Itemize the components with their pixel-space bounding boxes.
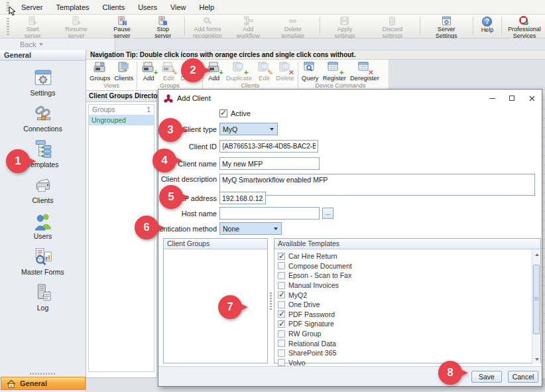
apply-settings-button[interactable]: Apply settings — [322, 15, 367, 38]
client-id-input[interactable] — [219, 140, 318, 153]
mouse-cursor-icon — [9, 6, 17, 17]
menu-clients[interactable]: Clients — [96, 1, 132, 13]
active-checkbox[interactable] — [219, 109, 227, 117]
close-button[interactable] — [522, 90, 542, 107]
template-checkbox[interactable] — [278, 340, 285, 347]
template-checkbox[interactable] — [278, 272, 285, 279]
client-delete-button[interactable]: ✕ Delete — [274, 60, 296, 82]
template-item[interactable]: One Drive — [278, 300, 540, 310]
start-server-button[interactable]: Start server — [13, 15, 52, 38]
clients-toolbar: Groups Clients Views + Add ✎ E — [86, 60, 389, 91]
menu-view[interactable]: View — [164, 1, 193, 13]
minimize-button[interactable] — [482, 90, 502, 107]
menu-server[interactable]: Server — [15, 1, 49, 13]
close-icon — [529, 96, 535, 101]
template-checkbox[interactable] — [278, 282, 285, 289]
template-checkbox[interactable] — [278, 359, 285, 366]
delete-template-button[interactable]: Delete template — [268, 15, 318, 38]
scroll-up-icon[interactable] — [532, 250, 541, 259]
sidebar-item-master-forms[interactable]: Master Forms — [7, 244, 80, 280]
toolbar-group-clients: + Add + Duplicate ✎ Edit ✕ Delete — [204, 60, 296, 90]
auth-method-select[interactable]: None — [219, 222, 282, 235]
register-button[interactable]: + Register — [321, 60, 348, 82]
panel-splitter[interactable] — [269, 238, 272, 363]
directory-column-header[interactable]: Groups 1 — [89, 105, 154, 115]
group-edit-button[interactable]: ✎ Edit — [158, 60, 178, 82]
dialog-title: Add Client — [177, 94, 482, 102]
navigation-bar: Back — [0, 38, 545, 50]
main-toolbar: Start server Resume server Pause server … — [0, 15, 545, 38]
template-item[interactable]: PDF Signature — [278, 319, 540, 329]
annotation-2: 2 — [181, 58, 205, 82]
chevron-down-icon — [270, 128, 274, 131]
template-checkbox[interactable] — [278, 301, 285, 308]
groups-view-icon — [93, 61, 107, 75]
group-add-button[interactable]: + Add — [139, 60, 158, 82]
menu-bar: Server Templates Clients Users View Help — [0, 0, 545, 15]
back-dropdown-icon[interactable] — [39, 43, 43, 46]
client-type-select[interactable]: MyQ — [219, 123, 278, 135]
add-workflow-button[interactable]: Add workflow — [228, 15, 268, 38]
maximize-button[interactable] — [502, 90, 522, 107]
template-item[interactable]: Compose Document — [278, 261, 540, 271]
template-checkbox[interactable] — [278, 291, 285, 298]
workflow-icon — [243, 16, 253, 26]
scrollbar-thumb[interactable] — [533, 265, 540, 334]
start-server-icon — [28, 16, 38, 26]
annotation-8: 8 — [438, 361, 462, 385]
templates-scrollbar[interactable] — [532, 250, 540, 363]
sidebar-item-log[interactable]: Log — [7, 280, 80, 316]
help-button[interactable]: ? Help — [475, 15, 499, 38]
template-item[interactable]: PDF Password — [278, 310, 540, 320]
template-checkbox[interactable] — [278, 310, 285, 318]
template-checkbox[interactable] — [278, 350, 285, 357]
sidebar-item-users[interactable]: Users — [7, 208, 80, 244]
professional-services-button[interactable]: Professional Services — [504, 15, 545, 38]
pause-server-button[interactable]: Pause server — [100, 15, 143, 38]
stop-server-button[interactable]: Stop server — [144, 15, 182, 38]
menu-users[interactable]: Users — [131, 1, 164, 13]
sidebar-item-settings[interactable]: Settings — [7, 65, 80, 101]
template-item[interactable]: RW Group — [278, 329, 540, 339]
add-forms-recognition-button[interactable]: Add forms recognition — [187, 15, 228, 38]
save-button[interactable]: Save — [471, 371, 502, 383]
sidebar-item-clients[interactable]: Clients — [7, 172, 80, 208]
template-item[interactable]: SharePoint 365 — [278, 348, 540, 358]
client-description-input[interactable] — [219, 174, 535, 196]
server-settings-button[interactable]: Server Settings — [422, 15, 471, 38]
toolbar-separator — [184, 17, 185, 35]
client-duplicate-button[interactable]: + Duplicate — [224, 60, 255, 82]
template-item[interactable]: Relational Data — [278, 338, 540, 348]
query-button[interactable]: Query — [300, 60, 321, 82]
dialog-footer: Save Cancel — [158, 366, 542, 386]
menu-help[interactable]: Help — [193, 1, 221, 13]
clients-view-button[interactable]: Clients — [112, 60, 135, 82]
sidebar-item-connections[interactable]: Connections — [7, 101, 80, 137]
query-icon — [303, 61, 318, 75]
discard-settings-button[interactable]: Discard settings — [367, 15, 418, 38]
deregister-button[interactable]: ✕ Deregister — [348, 60, 381, 82]
ip-address-input[interactable] — [219, 192, 266, 204]
client-groups-panel-header: Client Groups — [164, 239, 267, 249]
resume-server-button[interactable]: Resume server — [52, 15, 101, 38]
general-tab[interactable]: General — [1, 377, 86, 390]
host-name-input[interactable] — [219, 207, 320, 220]
template-item[interactable]: Car Hire Return — [278, 251, 540, 261]
scroll-down-icon[interactable] — [532, 355, 541, 363]
template-item[interactable]: MyQ2 — [278, 290, 540, 300]
browse-button[interactable]: ... — [322, 208, 333, 219]
client-edit-button[interactable]: ✎ Edit — [254, 60, 274, 82]
template-item[interactable]: Epson - Scan to Fax — [278, 271, 540, 281]
cancel-button[interactable]: Cancel — [508, 371, 538, 383]
back-button[interactable]: Back — [16, 40, 47, 49]
template-item[interactable]: Manual Invoices — [278, 281, 540, 291]
template-checkbox[interactable] — [278, 330, 285, 338]
template-checkbox[interactable] — [278, 320, 285, 328]
groups-view-button[interactable]: Groups — [88, 60, 112, 82]
directory-row-ungrouped[interactable]: Ungrouped — [89, 115, 154, 125]
menu-templates[interactable]: Templates — [49, 1, 95, 13]
client-name-input[interactable] — [219, 157, 320, 170]
template-checkbox[interactable] — [278, 253, 285, 260]
annotation-4: 4 — [152, 149, 176, 172]
template-checkbox[interactable] — [278, 262, 285, 269]
